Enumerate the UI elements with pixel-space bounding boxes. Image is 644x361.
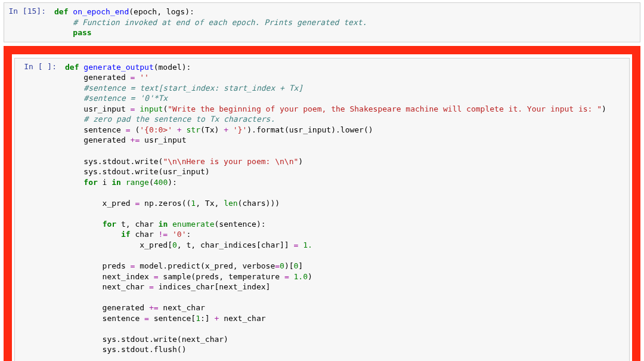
code-input-area[interactable]: def on_epoch_end(epoch, logs): # Functio… [49, 3, 640, 42]
highlight-box: In [ ]: def generate_output(model): gene… [4, 46, 640, 361]
prompt-suffix: ]: [36, 7, 46, 16]
code-source[interactable]: def generate_output(model): generated = … [65, 62, 624, 361]
prompt-prefix: In [ [24, 62, 42, 71]
input-prompt: In [ ]: [15, 58, 60, 75]
prompt-number: 15 [27, 7, 37, 16]
code-input-area[interactable]: def generate_output(model): generated = … [60, 58, 629, 361]
code-source[interactable]: def on_epoch_end(epoch, logs): # Functio… [54, 7, 635, 38]
prompt-suffix: ]: [47, 62, 57, 71]
code-cell[interactable]: In [ ]: def generate_output(model): gene… [14, 58, 630, 361]
notebook: In [15]: def on_epoch_end(epoch, logs): … [0, 2, 644, 361]
prompt-prefix: In [ [8, 7, 27, 16]
code-cell[interactable]: In [15]: def on_epoch_end(epoch, logs): … [4, 2, 640, 42]
input-prompt: In [15]: [4, 3, 49, 19]
